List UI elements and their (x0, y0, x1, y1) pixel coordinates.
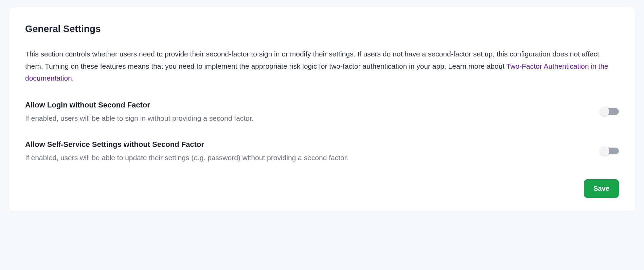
setting-title: Allow Login without Second Factor (25, 101, 586, 109)
save-button[interactable]: Save (584, 179, 619, 198)
setting-title: Allow Self-Service Settings without Seco… (25, 140, 586, 149)
toggle-knob (600, 107, 609, 116)
toggle-allow-login-without-2fa[interactable] (600, 107, 619, 116)
toggle-knob (600, 146, 609, 156)
actions-row: Save (25, 179, 619, 198)
setting-allow-login-without-2fa: Allow Login without Second Factor If ena… (25, 101, 619, 124)
description-text-after: . (72, 74, 74, 82)
setting-text: Allow Self-Service Settings without Seco… (25, 140, 586, 163)
setting-subtitle: If enabled, users will be able to sign i… (25, 113, 586, 124)
setting-subtitle: If enabled, users will be able to update… (25, 152, 586, 163)
settings-description: This section controls whether users need… (25, 48, 619, 84)
setting-allow-self-service-without-2fa: Allow Self-Service Settings without Seco… (25, 140, 619, 163)
page-title: General Settings (25, 23, 619, 34)
settings-card: General Settings This section controls w… (8, 7, 636, 212)
setting-text: Allow Login without Second Factor If ena… (25, 101, 586, 124)
toggle-allow-self-service-without-2fa[interactable] (600, 146, 619, 156)
